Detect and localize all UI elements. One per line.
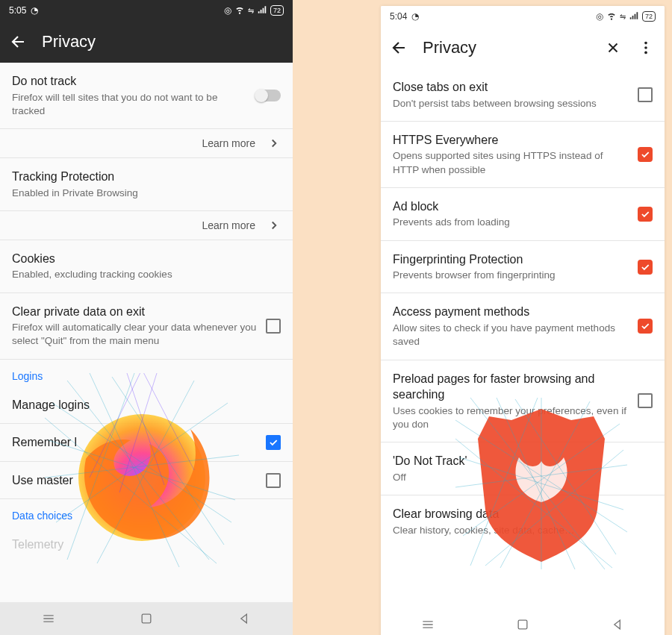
row-master-password[interactable]: Use master (0, 462, 293, 500)
row-title: Fingerprinting Protection (393, 251, 630, 268)
settings-list[interactable]: Do not track Firefox will tell sites tha… (0, 63, 293, 602)
checkbox[interactable] (638, 393, 653, 408)
more-icon[interactable] (636, 38, 656, 57)
row-clear-browsing-data[interactable]: Clear browsing data Clear history, cooki… (381, 495, 665, 548)
row-title: Tracking Protection (12, 169, 281, 185)
svg-point-18 (644, 51, 647, 54)
svg-rect-19 (518, 620, 527, 629)
row-payment-methods[interactable]: Access payment methods Allow sites to ch… (381, 293, 665, 360)
battery-icon: 72 (270, 5, 284, 16)
row-manage-logins[interactable]: Manage logins (0, 387, 293, 425)
row-title: 'Do Not Track' (393, 453, 653, 469)
row-title: Preload pages for faster browsing and se… (393, 371, 630, 403)
row-ad-block[interactable]: Ad block Prevents ads from loading (381, 188, 665, 241)
row-subtitle: Enabled, excluding tracking cookies (12, 268, 281, 281)
row-subtitle: Don't persist tabs between browsing sess… (393, 97, 630, 110)
nav-home-icon[interactable] (139, 611, 154, 626)
nav-recent-icon[interactable] (41, 611, 56, 626)
nav-back-icon[interactable] (610, 617, 625, 632)
row-do-not-track[interactable]: 'Do Not Track' Off (381, 442, 665, 495)
page-title: Privacy (42, 32, 284, 51)
battery-icon: 72 (642, 11, 656, 22)
checkbox-checked[interactable] (638, 260, 653, 275)
row-tracking-protection[interactable]: Tracking Protection Enabled in Private B… (0, 158, 293, 211)
row-learn-more[interactable]: Learn more (0, 211, 293, 240)
checkbox[interactable] (266, 473, 281, 488)
wifi-icon (234, 4, 245, 17)
vibrate-icon: ◎ (596, 11, 603, 22)
row-do-not-track[interactable]: Do not track Firefox will tell sites tha… (0, 63, 293, 129)
row-remember-logins[interactable]: Remember l (0, 424, 293, 462)
status-bar: 5:04 ◔ ◎ ⇋ 72 (381, 6, 665, 27)
row-title: Clear private data on exit (12, 304, 258, 320)
brave-screen: 5:04 ◔ ◎ ⇋ 72 Privacy Clos (381, 6, 665, 635)
row-title: Remember l (12, 434, 258, 451)
row-fingerprinting[interactable]: Fingerprinting Protection Prevents brows… (381, 241, 665, 294)
checkbox[interactable] (638, 87, 653, 102)
learn-more-label: Learn more (202, 137, 255, 149)
settings-list[interactable]: Close tabs on exit Don't persist tabs be… (381, 69, 665, 608)
row-title: Clear browsing data (393, 506, 653, 522)
nav-bar (0, 602, 293, 635)
nav-recent-icon[interactable] (420, 617, 435, 632)
back-icon[interactable] (390, 38, 409, 57)
back-icon[interactable] (9, 32, 28, 51)
row-subtitle: Prevents ads from loading (393, 216, 630, 229)
section-data-choices: Data choices (0, 499, 293, 526)
volte-icon: ⇋ (248, 7, 254, 15)
row-title: Cookies (12, 251, 281, 267)
checkbox-checked[interactable] (638, 319, 653, 334)
row-title: HTTPS Everywhere (393, 132, 630, 148)
status-app-icon: ◔ (411, 11, 419, 22)
checkbox[interactable] (266, 319, 281, 334)
wifi-icon (606, 10, 617, 23)
row-subtitle: Uses cookies to remember your preference… (393, 404, 630, 431)
nav-back-icon[interactable] (237, 611, 252, 626)
signal-icon (257, 4, 267, 17)
row-subtitle: Prevents browser from fingerprinting (393, 269, 630, 282)
checkbox-checked[interactable] (638, 207, 653, 222)
row-subtitle: Enabled in Private Browsing (12, 187, 281, 200)
row-preload-pages[interactable]: Preload pages for faster browsing and se… (381, 360, 665, 443)
firefox-screen: 5:05 ◔ ◎ ⇋ 72 Privacy Do not track Firef… (0, 0, 293, 635)
header: Privacy (381, 27, 665, 69)
row-title: Ad block (393, 198, 630, 215)
status-time: 5:05 (9, 5, 26, 16)
svg-point-16 (644, 42, 647, 45)
checkbox-checked[interactable] (638, 147, 653, 162)
row-clear-on-exit[interactable]: Clear private data on exit Firefox will … (0, 293, 293, 360)
toggle-switch[interactable] (255, 90, 281, 101)
signal-icon (629, 10, 639, 23)
row-learn-more[interactable]: Learn more (0, 129, 293, 158)
row-close-tabs[interactable]: Close tabs on exit Don't persist tabs be… (381, 69, 665, 122)
row-title: Do not track (12, 73, 248, 90)
vibrate-icon: ◎ (224, 5, 231, 16)
row-subtitle: Firefox will tell sites that you do not … (12, 91, 248, 118)
checkbox-checked[interactable] (266, 435, 281, 450)
nav-bar (381, 608, 665, 635)
row-subtitle: Clear history, cookies, site data, cache… (393, 524, 653, 537)
row-cookies[interactable]: Cookies Enabled, excluding tracking cook… (0, 240, 293, 293)
nav-home-icon[interactable] (515, 617, 530, 632)
chevron-right-icon (267, 137, 281, 150)
row-title: Use master (12, 472, 258, 489)
page-title: Privacy (423, 38, 590, 57)
row-https-everywhere[interactable]: HTTPS Everywhere Opens supported sites u… (381, 122, 665, 188)
row-title: Telemetry (12, 537, 281, 553)
status-icons: ◎ ⇋ 72 (596, 10, 656, 23)
section-logins: Logins (0, 360, 293, 387)
learn-more-label: Learn more (202, 219, 255, 231)
row-title: Close tabs on exit (393, 79, 630, 96)
row-title: Manage logins (12, 397, 281, 413)
chevron-right-icon (267, 219, 281, 232)
header: Privacy (0, 21, 293, 63)
row-subtitle: Allow sites to check if you have payment… (393, 322, 630, 348)
row-telemetry[interactable]: Telemetry (0, 526, 293, 563)
volte-icon: ⇋ (620, 13, 626, 21)
row-subtitle: Opens supported sites using HTTPS instea… (393, 149, 630, 176)
status-app-icon: ◔ (31, 5, 38, 16)
svg-point-17 (644, 46, 647, 49)
close-icon[interactable] (603, 38, 623, 57)
status-time: 5:04 (390, 11, 407, 22)
svg-rect-0 (142, 614, 151, 623)
